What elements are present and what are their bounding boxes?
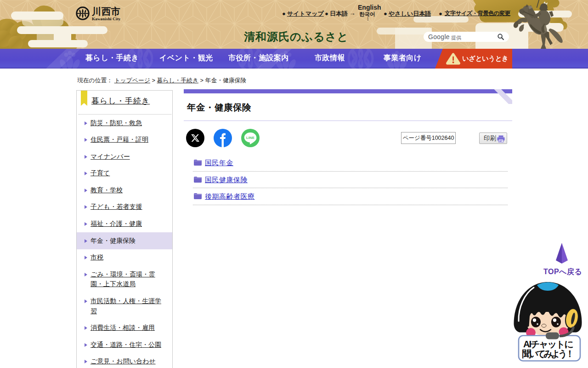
svg-text:LINE: LINE <box>246 136 254 140</box>
svg-text:AIチャットに: AIチャットに <box>523 339 574 349</box>
svg-text:聞いてみよう！: 聞いてみよう！ <box>522 349 575 359</box>
